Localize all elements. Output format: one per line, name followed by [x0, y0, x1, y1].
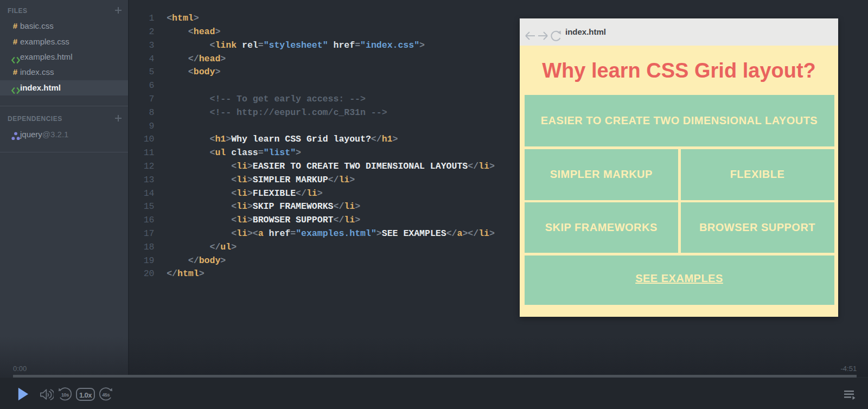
- svg-text:45s: 45s: [102, 392, 110, 398]
- svg-text:1.0x: 1.0x: [79, 391, 92, 399]
- svg-text:10s: 10s: [61, 392, 69, 398]
